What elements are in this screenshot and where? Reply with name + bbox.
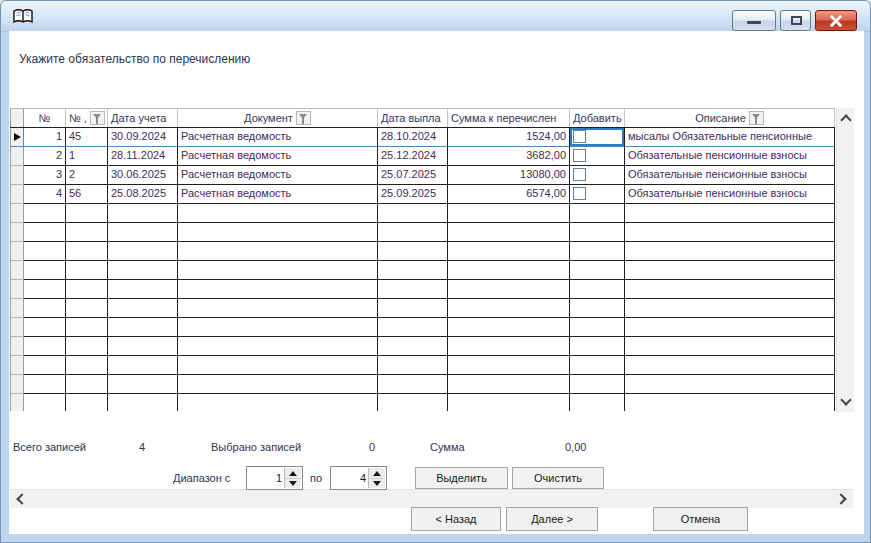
cell-description[interactable]: Обязательные пенсионные взносы [625, 185, 835, 204]
cell-document[interactable]: Расчетная ведомость [178, 147, 378, 166]
cell-description [625, 223, 835, 242]
scroll-right-icon[interactable] [835, 493, 846, 504]
cell-add[interactable] [570, 185, 625, 204]
spin-down-button[interactable] [285, 478, 301, 488]
cell-date-paid[interactable]: 25.09.2025 [378, 185, 448, 204]
scroll-down-icon[interactable] [840, 394, 851, 405]
table-row[interactable]: 3230.06.2025Расчетная ведомость25.07.202… [10, 166, 835, 185]
minimize-icon [747, 21, 761, 24]
table-row[interactable]: 45625.08.2025Расчетная ведомость25.09.20… [10, 185, 835, 204]
cell-num[interactable]: 4 [24, 185, 66, 204]
table-row[interactable]: 14530.09.2024Расчетная ведомость28.10.20… [10, 128, 835, 147]
table-row-empty [10, 261, 835, 280]
column-header-date-accounted[interactable]: Дата учета [108, 109, 178, 127]
cell-num[interactable]: 2 [24, 147, 66, 166]
range-from-value[interactable]: 1 [276, 472, 282, 484]
cell-num[interactable]: 3 [24, 166, 66, 185]
cell-date-paid[interactable]: 25.12.2024 [378, 147, 448, 166]
cell-date-accounted[interactable]: 30.09.2024 [108, 128, 178, 147]
scroll-up-icon[interactable] [840, 114, 851, 125]
filter-icon[interactable] [749, 111, 764, 125]
cell-date-paid [378, 280, 448, 299]
row-selector-cell [10, 261, 24, 280]
column-header-add[interactable]: Добавить [570, 109, 625, 127]
arrow-down-icon [373, 481, 381, 486]
cell-doc-num[interactable]: 2 [66, 166, 108, 185]
cell-num [24, 280, 66, 299]
cell-doc-num[interactable]: 1 [66, 147, 108, 166]
select-button[interactable]: Выделить [415, 467, 508, 489]
cell-date-paid[interactable]: 25.07.2025 [378, 166, 448, 185]
cell-add[interactable] [570, 166, 625, 185]
cell-date-accounted[interactable]: 30.06.2025 [108, 166, 178, 185]
vertical-scrollbar[interactable] [836, 108, 854, 412]
cell-document[interactable]: Расчетная ведомость [178, 166, 378, 185]
filter-icon[interactable] [90, 111, 105, 125]
maximize-button[interactable] [780, 10, 811, 31]
table-row-empty [10, 394, 835, 411]
scroll-left-icon[interactable] [16, 493, 27, 504]
cell-amount[interactable]: 3682,00 [448, 147, 570, 166]
table-row[interactable]: 2128.11.2024Расчетная ведомость25.12.202… [10, 147, 835, 166]
close-button[interactable] [815, 10, 857, 31]
cell-document [178, 204, 378, 223]
add-checkbox[interactable] [573, 130, 586, 143]
cell-add [570, 223, 625, 242]
cell-num[interactable]: 1 [24, 128, 66, 147]
cell-date-accounted[interactable]: 25.08.2025 [108, 185, 178, 204]
row-selector-cell[interactable] [10, 128, 24, 147]
cell-add[interactable] [570, 147, 625, 166]
back-button[interactable]: < Назад [411, 507, 501, 531]
row-selector-cell[interactable] [10, 166, 24, 185]
row-selector-cell [10, 356, 24, 375]
column-header-description[interactable]: Описание [625, 109, 835, 127]
range-to-value[interactable]: 4 [360, 472, 366, 484]
cell-date-accounted[interactable]: 28.11.2024 [108, 147, 178, 166]
cell-date-paid[interactable]: 28.10.2024 [378, 128, 448, 147]
column-header-num[interactable]: № [24, 109, 66, 127]
range-to-spinner[interactable]: 4 [330, 466, 387, 490]
title-bar[interactable] [1, 1, 870, 32]
cell-date-accounted [108, 204, 178, 223]
minimize-button[interactable] [732, 10, 776, 31]
cell-amount[interactable]: 6574,00 [448, 185, 570, 204]
clear-button[interactable]: Очистить [512, 467, 604, 489]
column-header-document[interactable]: Документ [178, 109, 378, 127]
cell-description[interactable]: Обязательные пенсионные взносы [625, 166, 835, 185]
cell-num [24, 356, 66, 375]
cell-doc-num [66, 356, 108, 375]
cell-amount[interactable]: 1524,00 [448, 128, 570, 147]
spin-down-button[interactable] [369, 478, 385, 488]
cell-doc-num[interactable]: 45 [66, 128, 108, 147]
table-row-empty [10, 356, 835, 375]
cell-amount [448, 261, 570, 280]
cell-doc-num[interactable]: 56 [66, 185, 108, 204]
cell-amount[interactable]: 13080,00 [448, 166, 570, 185]
add-checkbox[interactable] [573, 168, 586, 181]
cell-description[interactable]: мысалы Обязательные пенсионные [625, 128, 835, 147]
row-selector-cell[interactable] [10, 147, 24, 166]
row-selector-cell [10, 280, 24, 299]
column-header-selector[interactable] [10, 109, 24, 127]
add-checkbox[interactable] [573, 149, 586, 162]
cell-document [178, 394, 378, 411]
cell-document[interactable]: Расчетная ведомость [178, 128, 378, 147]
selected-records-value: 0 [369, 441, 375, 453]
row-selector-cell[interactable] [10, 185, 24, 204]
column-header-label: Дата учета [111, 112, 166, 124]
column-header-amount[interactable]: Сумма к перечислен [448, 109, 570, 127]
next-button[interactable]: Далее > [506, 507, 598, 531]
range-from-spinner[interactable]: 1 [246, 466, 303, 490]
cell-description[interactable]: Обязательные пенсионные взносы [625, 147, 835, 166]
filter-icon[interactable] [296, 111, 311, 125]
cancel-button[interactable]: Отмена [653, 507, 748, 531]
cell-document[interactable]: Расчетная ведомость [178, 185, 378, 204]
cell-add[interactable] [570, 128, 625, 147]
cell-document [178, 280, 378, 299]
column-header-date-paid[interactable]: Дата выпла [378, 109, 448, 127]
column-header-doc-num[interactable]: № , [66, 109, 108, 127]
horizontal-scrollbar[interactable] [10, 489, 853, 508]
add-checkbox[interactable] [573, 187, 586, 200]
cell-date-paid [378, 337, 448, 356]
cell-doc-num [66, 337, 108, 356]
